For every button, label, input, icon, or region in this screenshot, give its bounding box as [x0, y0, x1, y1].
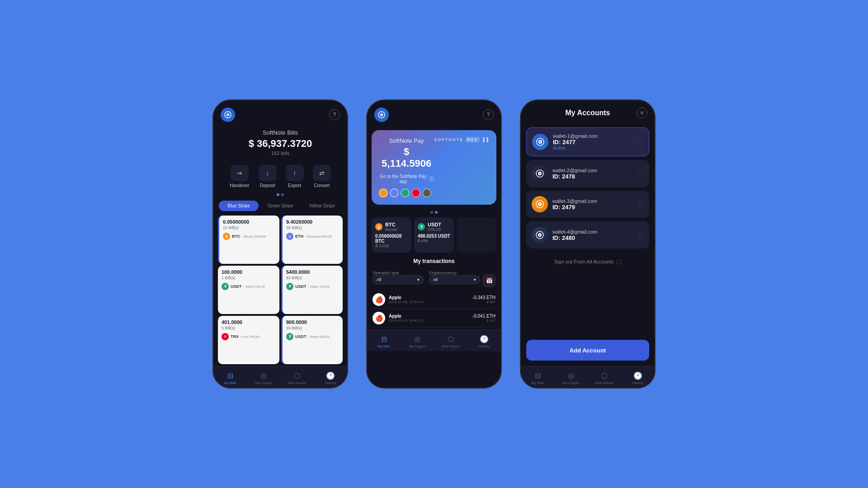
account-action-2[interactable]: ⬚ — [638, 170, 644, 177]
tx-name-1: Apple — [389, 295, 469, 300]
eth-type: / Ethereum ERC20 — [305, 235, 332, 238]
bill-card-usdt2[interactable]: 5400.0000 83 Bill(s) ₮ USDT / Tether TRC… — [281, 266, 343, 314]
nav2-history-icon: 🕐 — [480, 334, 489, 343]
handover-label: Handover — [230, 183, 249, 188]
account-id-4: ID: 2480 — [552, 235, 633, 241]
tab-blue-stripe[interactable]: Blue Stripe — [219, 201, 259, 211]
nav2-my-crypto[interactable]: ◎ My Crypto — [401, 333, 434, 349]
account-action-1[interactable]: ⬚ — [637, 138, 643, 145]
mint-house-icon: ⬡ — [292, 371, 302, 380]
crypto-card-usdt[interactable]: ₮ USDT ERC20 498.0253 USDT $ 498 — [414, 217, 454, 253]
btc-card-type: Bitcoin — [385, 227, 397, 232]
crypto-card-usdt-header: ₮ USDT ERC20 — [418, 222, 450, 232]
usdt-type-3: / Tether ERC20 — [308, 335, 330, 338]
transactions-section: My transactions Operation type All ▾ Cry… — [367, 254, 501, 329]
handover-button[interactable]: ⇒ Handover — [230, 165, 249, 188]
svg-point-8 — [540, 141, 541, 143]
nav-my-bills[interactable]: ⊟ My Bills — [213, 370, 247, 386]
nav2-mint-icon: ⬡ — [446, 334, 455, 343]
nav3-my-crypto[interactable]: ◎ My Crypto — [554, 370, 588, 386]
account-avatar-4 — [532, 227, 548, 243]
nav3-mint-house[interactable]: ⬡ Mint House — [588, 370, 621, 386]
btc-icon: ₿ — [223, 233, 230, 240]
add-account-button[interactable]: Add Account — [526, 340, 649, 361]
nav2-crypto-label: My Crypto — [409, 344, 425, 348]
pay-link[interactable]: Go to the SoftNote Pay app i — [379, 174, 434, 184]
bill-crypto-btc: ₿ BTC / Bitcoin SHA256 — [223, 233, 276, 240]
nav3-history[interactable]: 🕐 History — [621, 370, 655, 386]
nav-mint-house-label: Mint House — [288, 381, 306, 385]
close-button[interactable]: ✕ — [637, 108, 647, 118]
account-id-2: ID: 2478 — [552, 173, 633, 180]
stripe-tabs: Blue Stripe Green Stripe Yellow Stripe — [219, 201, 342, 211]
op-type-select[interactable]: All ▾ — [373, 275, 424, 284]
account-action-4[interactable]: ⬚ — [638, 231, 644, 239]
account-item-1[interactable]: wallet-1@gmail.com ID: 2477 Active ⬚ — [526, 127, 649, 156]
help-icon-2[interactable]: ? — [483, 109, 494, 120]
nav2-my-bills[interactable]: ⊟ My Bills — [367, 333, 401, 349]
page-dots — [213, 192, 347, 198]
bill-amount-eth: 9.40200000 — [286, 219, 339, 225]
crypto-cards-row: ₿ BTC Bitcoin 0.056000028 BTC $ 3,038 ₮ … — [367, 216, 501, 254]
bill-crypto-trx: T TRX / Tron TRC20 — [222, 333, 276, 340]
convert-button[interactable]: ⇄ Convert — [313, 165, 331, 188]
nav2-mint-label: Mint House — [442, 344, 460, 348]
bill-count-usdt2: 83 Bill(s) — [286, 276, 339, 280]
btc-card-usd: $ 3,038 — [375, 244, 408, 248]
bill-amount-trx: 401.0000 — [222, 319, 276, 325]
dot-2 — [281, 193, 284, 196]
account-item-2[interactable]: wallet-2@gmail.com ID: 2478 ⬚ — [526, 160, 649, 187]
convert-label: Convert — [314, 183, 330, 188]
tx-details-2: Apple 2024-07-02, 16:42:37 — [389, 314, 469, 323]
nav-history[interactable]: 🕐 History — [314, 370, 347, 386]
usdt-name-2: USDT — [295, 284, 307, 289]
bill-card-eth[interactable]: 9.40200000 35 Bill(s) Ξ ETH / Ethereum E… — [281, 216, 343, 264]
account-info-3: wallet-3@gmail.com ID: 2479 — [552, 198, 633, 211]
crypto-card-btc[interactable]: ₿ BTC Bitcoin 0.056000028 BTC $ 3,038 — [372, 217, 411, 253]
export-button[interactable]: ↑ Export — [286, 165, 304, 188]
account-info-2: wallet-2@gmail.com ID: 2478 — [552, 168, 633, 180]
nav3-my-bills[interactable]: ⊟ My Bills — [521, 370, 554, 386]
crypto-select[interactable]: All ▾ — [429, 275, 480, 284]
nav2-mint-house[interactable]: ⬡ Mint House — [434, 333, 467, 349]
nav3-bills-label: My Bills — [531, 381, 544, 385]
bill-card-trx[interactable]: 401.0000 5 Bill(s) T TRX / Tron TRC20 — [218, 316, 279, 364]
account-avatar-3 — [532, 196, 548, 212]
filter-row: Operation type All ▾ Cryptocurrency All … — [373, 268, 495, 287]
trx-type: / Tron TRC20 — [241, 335, 259, 338]
apple-icon-1: 🍎 — [373, 293, 385, 306]
bill-card-usdt1[interactable]: 100.0000 1 Bill(s) ₮ USDT / Tether TRC20 — [218, 266, 279, 314]
deposit-button[interactable]: ↓ Deposit — [259, 165, 277, 188]
bill-count-trx: 5 Bill(s) — [222, 326, 276, 330]
account-action-3[interactable]: ⬚ — [638, 201, 644, 208]
tx-details-1: Apple 2024-07-05, 13:54:12 — [389, 295, 469, 304]
account-item-4[interactable]: wallet-4@gmail.com ID: 2480 ⬚ — [526, 221, 649, 249]
account-email-1: wallet-1@gmail.com — [553, 133, 633, 139]
bills-count: 162 bills — [221, 150, 340, 156]
calendar-button[interactable]: 📅 — [483, 274, 495, 287]
btc-card-icon: ₿ — [375, 223, 382, 230]
usdt-icon-3: ₮ — [286, 333, 293, 340]
nav-my-crypto[interactable]: ◎ My Crypto — [247, 370, 280, 386]
usdt-icon-1: ₮ — [222, 283, 229, 290]
bill-count-btc: 12 Bill(s) — [223, 225, 276, 230]
tab-green-stripe[interactable]: Green Stripe — [260, 201, 300, 211]
tx-item-1[interactable]: 🍎 Apple 2024-07-05, 13:54:12 -0.343 ETH … — [373, 291, 495, 309]
tx-item-2[interactable]: 🍎 Apple 2024-07-02, 16:42:37 -0.041 ETH … — [373, 309, 495, 328]
apple-icon-2: 🍎 — [373, 312, 385, 324]
help-icon[interactable]: ? — [329, 109, 340, 120]
nav-mint-house[interactable]: ⬡ Mint House — [280, 370, 314, 386]
pay-amount: $ 5,114.5906 — [379, 146, 434, 169]
account-avatar-1 — [532, 134, 548, 150]
eth-mini-icon — [390, 188, 399, 197]
nav2-history[interactable]: 🕐 History — [467, 333, 501, 349]
tab-yellow-stripe[interactable]: Yellow Stripe — [302, 201, 342, 211]
softnote-pay-logo: SOFTNOTE PAY ▐▐ — [434, 137, 489, 142]
account-id-3: ID: 2479 — [552, 204, 633, 211]
account-item-3[interactable]: wallet-3@gmail.com ID: 2479 ⬚ — [526, 191, 649, 218]
history-icon: 🕐 — [326, 371, 335, 380]
bill-card-btc[interactable]: 0.05000000 12 Bill(s) ₿ BTC / Bitcoin SH… — [218, 216, 279, 264]
export-label: Export — [288, 183, 301, 188]
bill-card-usdt3[interactable]: 900.0000 16 Bill(s) ₮ USDT / Tether ERC2… — [281, 316, 343, 364]
sign-out-button[interactable]: Sign out From All Accounts ⬚ — [526, 254, 649, 269]
